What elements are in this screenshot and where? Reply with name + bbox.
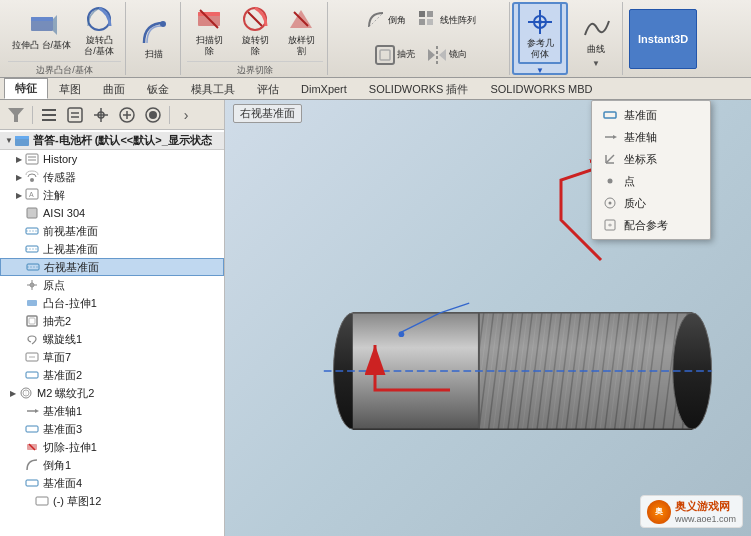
tree-arrow-history: ▶ [14, 154, 24, 164]
tree-item-sensor[interactable]: ▶ 传感器 [0, 168, 224, 186]
svg-point-125 [398, 331, 404, 337]
watermark-logo: 奥 [647, 500, 671, 524]
tab-sw-mbd[interactable]: SOLIDWORKS MBD [479, 80, 603, 97]
tree-item-sketch7[interactable]: 草面7 [0, 348, 224, 366]
pull-cut-button[interactable]: 扫描切除 [187, 0, 231, 59]
shape-cut-button[interactable]: 旋转切除 [233, 0, 277, 59]
dimxpert-panel-button[interactable] [115, 104, 139, 126]
dropdown-centroid[interactable]: 质心 [592, 192, 710, 214]
tree-item-history[interactable]: ▶ History [0, 150, 224, 168]
pull-boss-label: 拉伸凸 台/基体 [12, 40, 71, 51]
curves-button[interactable]: 曲线 [574, 9, 618, 58]
tree-arrow-right [15, 262, 25, 272]
tree-item-material[interactable]: AISI 304 [0, 204, 224, 222]
tree-item-baseplane4[interactable]: 基准面4 [0, 474, 224, 492]
tree-icon-sketch12 [34, 493, 50, 509]
tree-item-helix1[interactable]: 螺旋线1 [0, 330, 224, 348]
tree-arrow-baseplane3 [14, 424, 24, 434]
tab-sw-plugins[interactable]: SOLIDWORKS 插件 [358, 79, 480, 99]
svg-rect-14 [427, 19, 433, 25]
loft-cut-button[interactable]: 放样切割 [279, 0, 323, 59]
shell-button[interactable]: 抽壳 [369, 41, 419, 69]
tree-arrow-material [14, 208, 24, 218]
instant3d-button[interactable]: Instant3D [629, 9, 697, 69]
curves-dropdown-arrow[interactable]: ▼ [592, 59, 600, 68]
tree-arrow-helix1 [14, 334, 24, 344]
scan-button[interactable]: 扫描 [132, 14, 176, 63]
pull-boss-button[interactable]: 拉伸凸 台/基体 [8, 5, 75, 54]
dropdown-coord-sys[interactable]: 坐标系 [592, 148, 710, 170]
dropdown-fit-ref[interactable]: 配合参考 [592, 214, 710, 236]
tab-surface[interactable]: 曲面 [92, 79, 136, 99]
tree-root-icon [14, 133, 30, 149]
tree-icon-sensor [24, 169, 40, 185]
tree-item-baseaxis1[interactable]: 基准轴1 [0, 402, 224, 420]
tree-label-chamfer1: 倒角1 [43, 458, 71, 473]
loft-cut-label: 放样切割 [288, 35, 315, 57]
tree-icon-history [24, 151, 40, 167]
filter-button[interactable] [4, 104, 28, 126]
expand-button[interactable]: › [174, 104, 198, 126]
three-d-viewport[interactable]: 右视基准面 [225, 100, 751, 536]
tab-sheetmetal[interactable]: 钣金 [136, 79, 180, 99]
tree-item-right-plane[interactable]: 右视基准面 [0, 258, 224, 276]
display-mgr-button[interactable] [141, 104, 165, 126]
svg-marker-19 [439, 49, 446, 61]
curves-icon [580, 12, 612, 44]
mirror-label: 镜向 [449, 49, 467, 60]
tree-icon-origin [24, 277, 40, 293]
config-mgr-button[interactable] [89, 104, 113, 126]
fillet-button[interactable]: 倒角 [360, 6, 410, 34]
mirror-button[interactable]: 镜向 [421, 41, 471, 69]
tree-item-m2-helix2[interactable]: ▶ M2 螺纹孔2 [0, 384, 224, 402]
tree-item-shell2[interactable]: 抽壳2 [0, 312, 224, 330]
tree-label-m2: M2 螺纹孔2 [37, 386, 94, 401]
tree-item-baseplane3[interactable]: 基准面3 [0, 420, 224, 438]
dropdown-base-plane-icon [602, 107, 618, 123]
dropdown-base-axis-label: 基准轴 [624, 130, 657, 145]
tree-item-cut-pull1[interactable]: 切除-拉伸1 [0, 438, 224, 456]
tab-evaluate[interactable]: 评估 [246, 79, 290, 99]
tree-item-top-plane[interactable]: 上视基准面 [0, 240, 224, 258]
dropdown-base-plane-label: 基准面 [624, 108, 657, 123]
tree-item-front-plane[interactable]: 前视基准面 [0, 222, 224, 240]
revolve-boss-button[interactable]: 旋转凸台/基体 [77, 0, 121, 59]
tree-item-baseplane2[interactable]: 基准面2 [0, 366, 224, 384]
pull-cut-label: 扫描切除 [196, 35, 223, 57]
tab-features[interactable]: 特征 [4, 78, 48, 99]
toolbar-group-scan: 扫描 [128, 2, 181, 75]
tab-mold[interactable]: 模具工具 [180, 79, 246, 99]
dropdown-base-axis[interactable]: 基准轴 [592, 126, 710, 148]
tree-item-annotation[interactable]: ▶ A 注解 [0, 186, 224, 204]
tree-icon-baseaxis1 [24, 403, 40, 419]
dropdown-point[interactable]: 点 [592, 170, 710, 192]
tree-arrow-cut1 [14, 442, 24, 452]
linear-pattern-label: 线性阵列 [440, 15, 476, 26]
dropdown-base-plane[interactable]: 基准面 [592, 104, 710, 126]
watermark-url: www.aoe1.com [675, 514, 736, 524]
revolve-boss-label: 旋转凸台/基体 [84, 35, 114, 57]
tree-label-origin: 原点 [43, 278, 65, 293]
watermark-content: 奥义游戏网 www.aoe1.com [675, 499, 736, 524]
tree-item-boss-pull1[interactable]: 凸台-拉伸1 [0, 294, 224, 312]
svg-rect-15 [376, 46, 394, 64]
tree-arrow-sketch12 [24, 496, 34, 506]
tree-icon-shell2 [24, 313, 40, 329]
tab-dimxpert[interactable]: DimXpert [290, 80, 358, 97]
tree-item-chamfer1[interactable]: 倒角1 [0, 456, 224, 474]
feature-mgr-button[interactable] [37, 104, 61, 126]
toolbar-group-ref-geo: 参考几何体 ▼ [512, 2, 568, 75]
prop-mgr-button[interactable] [63, 104, 87, 126]
tree-label-boss1: 凸台-拉伸1 [43, 296, 97, 311]
tab-sketch[interactable]: 草图 [48, 79, 92, 99]
dropdown-base-axis-icon [602, 129, 618, 145]
svg-rect-25 [42, 109, 56, 111]
dropdown-coord-sys-label: 坐标系 [624, 152, 657, 167]
tree-item-origin[interactable]: 原点 [0, 276, 224, 294]
tree-item-sketch12[interactable]: (-) 草图12 [0, 492, 224, 510]
linear-pattern-button[interactable]: 线性阵列 [412, 6, 480, 34]
tree-root-item[interactable]: ▼ 普答-电池杆 (默认<<默认>_显示状态 [0, 132, 224, 150]
ref-geo-dropdown-arrow[interactable]: ▼ [536, 66, 544, 75]
tree-arrow-axis1 [14, 406, 24, 416]
ref-geo-button[interactable]: 参考几何体 [518, 2, 562, 64]
